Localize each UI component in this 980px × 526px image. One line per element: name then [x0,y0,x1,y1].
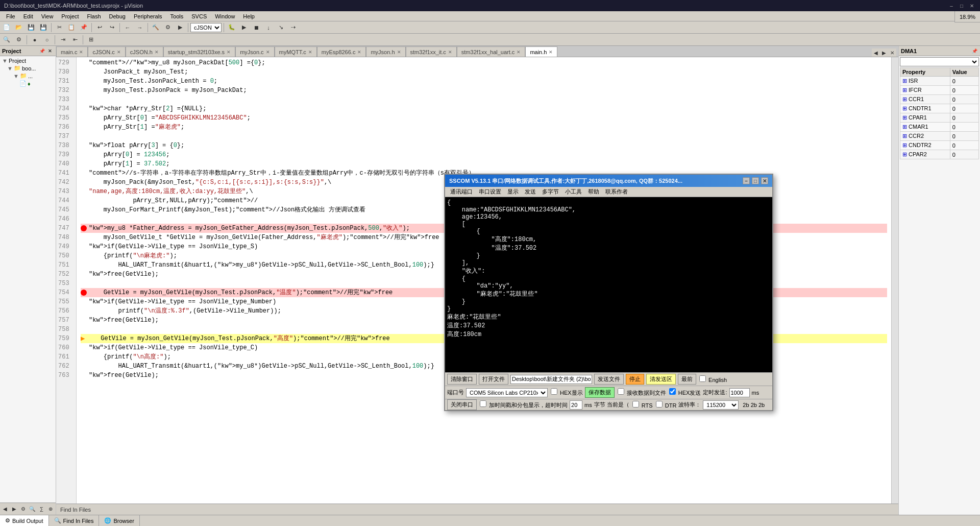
bottom-tab-browser[interactable]: 🌐Browser [99,515,139,527]
sscom-stop-button[interactable]: 停止 [626,374,644,385]
sscom-receive-file-checkbox[interactable] [618,388,624,395]
new-file-button[interactable]: 📄 [1,22,12,33]
vertical-scrollbar[interactable] [891,57,898,504]
tab-myJson-h[interactable]: myJson.h✕ [366,46,405,57]
panel-close-button[interactable]: ✕ [46,47,54,55]
sscom-clear-send-button[interactable]: 清发送区 [646,374,676,385]
sscom-open-file-button[interactable]: 打开文件 [479,374,508,385]
minimize-button[interactable]: – [947,2,955,10]
sscom-close-port-button[interactable]: 关闭串口 [447,399,477,410]
tab-myJson-c[interactable]: myJson.c✕ [235,46,274,57]
menubar-item-project[interactable]: Project [57,12,83,20]
tab-close-icon[interactable]: ✕ [357,50,361,55]
dma-expand-icon[interactable]: ⊞ [902,105,907,111]
indent-button[interactable]: ⇥ [57,35,68,45]
stop-button[interactable]: ⏹ [251,22,262,33]
dma-expand-icon[interactable]: ⊞ [902,142,907,148]
sscom-menu-联系作者[interactable]: 联系作者 [602,187,631,197]
close-button[interactable]: ✕ [968,2,976,10]
panel-btn-4[interactable]: 🔍 [28,505,36,514]
tab-close-icon[interactable]: ✕ [155,50,159,55]
undo-button[interactable]: ↩ [94,22,105,33]
bottom-tab-build-output[interactable]: ⚙Build Output [0,515,49,527]
sscom-close-button[interactable]: ✕ [761,177,768,184]
sscom-hex-display-checkbox[interactable] [551,388,557,395]
cut-button[interactable]: ✂ [54,22,65,33]
tab-startup-stm32f103xe-s[interactable]: startup_stm32f103xe.s✕ [163,46,235,57]
copy-button[interactable]: 📋 [66,22,77,33]
panel-pin-button[interactable]: 📌 [38,47,45,55]
sscom-clear-button[interactable]: 清除窗口 [447,374,477,385]
sscom-english-checkbox[interactable] [699,375,706,382]
tab-close-icon[interactable]: ✕ [266,50,270,55]
clear-bp-button[interactable]: ○ [41,35,53,45]
sscom-maximize-button[interactable]: □ [752,177,759,184]
sscom-time-stamp-checkbox[interactable] [480,400,486,407]
sscom-baud-select[interactable]: 115200 [703,400,739,410]
sscom-title-bar[interactable]: SSCOM V5.13.1 串口/网络数据调试工具,作者:大虾丁丁,261805… [445,175,772,187]
dma-expand-icon[interactable]: ⊞ [902,96,907,102]
sscom-minimize-button[interactable]: – [743,177,750,184]
panel-btn-6[interactable]: ⊕ [46,505,55,514]
panel-btn-2[interactable]: ▶ [10,505,18,514]
save-button[interactable]: 💾 [26,22,37,33]
sscom-timeout-input[interactable] [570,400,582,410]
window-layout-button[interactable]: ⊞ [85,35,96,45]
run-cursor-button[interactable]: ⇢ [287,22,299,33]
menubar-item-svcs[interactable]: SVCS [187,12,211,20]
tab-main-c[interactable]: main.c✕ [56,46,88,57]
sscom-dtr-checkbox[interactable] [656,401,663,408]
panel-btn-5[interactable]: ∑ [37,505,45,514]
tab-close-icon[interactable]: ✕ [549,50,553,55]
step-button[interactable]: ↓ [263,22,274,33]
tab-close-icon[interactable]: ✕ [117,50,121,55]
sscom-timer-input[interactable] [729,388,750,397]
dma-expand-icon[interactable]: ⊞ [902,87,907,93]
tab-close-icon[interactable]: ✕ [397,50,401,55]
redo-button[interactable]: ↪ [106,22,117,33]
menubar-item-window[interactable]: Window [211,12,239,20]
dma-expand-icon[interactable]: ⊞ [902,133,907,139]
sscom-menu-发送[interactable]: 发送 [522,187,539,197]
menubar-item-tools[interactable]: Tools [166,12,188,20]
sscom-file-path-input[interactable] [510,375,592,384]
sscom-menu-小工具[interactable]: 小工具 [562,187,585,197]
step-over-button[interactable]: ↘ [275,22,286,33]
menubar-item-edit[interactable]: Edit [19,12,37,20]
tree-item-project[interactable]: ▼ Project [1,57,55,64]
sscom-save-data-button[interactable]: 保存数据 [585,387,615,398]
target-select[interactable]: cJSON [190,23,222,32]
bottom-tab-find-in-files[interactable]: 🔍Find In Files [49,515,100,527]
sscom-menu-串口设置[interactable]: 串口设置 [476,187,504,197]
tab-main-h[interactable]: main.h✕ [525,46,557,57]
sscom-menu-帮助[interactable]: 帮助 [585,187,602,197]
sscom-send-file-button[interactable]: 发送文件 [594,374,624,385]
tab-stm32f1xx-it-c[interactable]: stm32f1xx_it.c✕ [406,46,457,57]
dma-pin-button[interactable]: 📌 [971,47,978,55]
tab-close-icon[interactable]: ✕ [517,50,521,55]
tab-close-icon[interactable]: ✕ [308,50,312,55]
outdent-button[interactable]: ⇤ [69,35,81,45]
menubar-item-debug[interactable]: Debug [105,12,130,20]
maximize-button[interactable]: □ [958,2,966,10]
dma-expand-icon[interactable]: ⊞ [902,114,907,121]
tab-stm32f1xx-hal-uart-c[interactable]: stm32f1xx_hal_uart.c✕ [457,46,526,57]
rebuild-button[interactable]: ⚙ [162,22,174,33]
nav-fwd-button[interactable]: → [134,22,145,33]
menubar-item-flash[interactable]: Flash [83,12,105,20]
tab-scroll-left[interactable]: ◀ [872,49,880,57]
panel-btn-1[interactable]: ◀ [1,505,9,514]
tab-close-icon[interactable]: ✕ [79,50,83,55]
tree-item-sub1[interactable]: ▼ 📁 ... [1,72,55,80]
search-button[interactable]: 🔍 [1,35,12,45]
start-button[interactable]: ▶ [238,22,250,33]
tab-cJSON-h[interactable]: cJSON.h✕ [126,46,163,57]
build-button[interactable]: 🔨 [150,22,161,33]
menubar-item-peripherals[interactable]: Peripherals [130,12,166,20]
dma-combo[interactable] [900,57,979,66]
panel-btn-3[interactable]: ⚙ [19,505,28,514]
open-file-button[interactable]: 📂 [13,22,24,33]
tab-scroll-right[interactable]: ▶ [880,49,888,57]
sscom-recent-button[interactable]: 最前 [678,374,696,385]
dma-expand-icon[interactable]: ⊞ [902,124,907,130]
